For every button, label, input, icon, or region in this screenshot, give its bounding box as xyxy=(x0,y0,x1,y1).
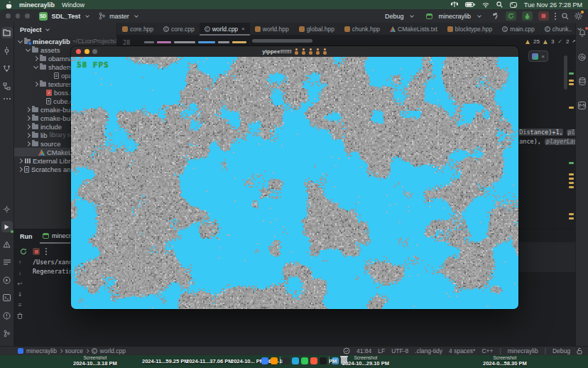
todo-tool-icon[interactable] xyxy=(1,256,13,268)
project-selector[interactable]: SDL_Test xyxy=(52,13,81,20)
stripe-mark[interactable] xyxy=(569,162,574,164)
run-tool-icon[interactable] xyxy=(1,221,13,232)
debug-mode-selector[interactable]: Debug xyxy=(385,13,404,20)
tab-core-hpp[interactable]: core.hpp xyxy=(117,23,158,36)
resolve-context[interactable]: minecraylib xyxy=(508,347,538,355)
window-close-button[interactable] xyxy=(6,13,11,18)
build-hammer-icon[interactable] xyxy=(492,12,500,20)
chevron-icon[interactable] xyxy=(26,107,31,112)
close-button[interactable] xyxy=(76,49,81,54)
line-ending[interactable]: LF xyxy=(378,347,385,355)
stripe-mark[interactable] xyxy=(569,80,574,82)
desktop-file-label[interactable]: 2024-11...37.06 PM xyxy=(186,358,232,364)
chevron-icon[interactable] xyxy=(26,132,31,137)
rerun-button[interactable] xyxy=(20,248,27,255)
chevron-icon[interactable] xyxy=(26,46,31,51)
game-window-titlebar[interactable]: yippee!!!!!! xyxy=(71,46,518,57)
inspections-widget[interactable]: 25 3 ✓ 2 xyxy=(526,38,575,45)
rerun-button[interactable] xyxy=(506,11,516,21)
branch-selector[interactable]: master xyxy=(109,13,129,20)
print-icon[interactable]: ≡ xyxy=(18,302,22,308)
project-tool-icon[interactable] xyxy=(1,27,13,38)
vertical-scrollbar[interactable] xyxy=(564,55,567,90)
terminal-tool-icon[interactable] xyxy=(1,292,13,303)
menubar-app-name[interactable]: minecraylib xyxy=(19,1,55,9)
desktop-file-label[interactable]: Screenshot 2024-10...29.10 PM xyxy=(342,355,389,367)
dock-app-icon[interactable] xyxy=(301,357,308,364)
tree-item-minecraylib-root[interactable]: minecraylib ~/CLionProjects/minecra xyxy=(14,37,116,45)
stripe-mark[interactable] xyxy=(569,213,574,215)
project-panel-header[interactable]: Project xyxy=(14,23,116,37)
dock-app-icon[interactable] xyxy=(292,357,299,364)
breadcrumb-file[interactable]: world.cpp xyxy=(100,347,126,355)
ai-assistant-tool-icon[interactable] xyxy=(577,51,588,63)
chevron-icon[interactable] xyxy=(33,81,38,86)
settings-gear-icon[interactable] xyxy=(575,12,582,20)
close-icon[interactable]: × xyxy=(241,26,245,32)
notifications-bell-icon[interactable] xyxy=(577,27,588,38)
tab-main-cpp[interactable]: C main.cpp xyxy=(497,23,540,36)
scroll-to-end-icon[interactable]: ⇓ xyxy=(18,291,23,298)
build-mode[interactable]: Debug xyxy=(552,347,570,355)
stripe-mark[interactable] xyxy=(569,72,574,75)
tab-world-cpp[interactable]: C world.cpp × xyxy=(200,23,250,36)
control-center-icon[interactable] xyxy=(510,2,517,8)
stripe-mark[interactable] xyxy=(569,182,574,184)
clang-tidy[interactable]: .clang-tidy xyxy=(415,347,442,355)
run-config-selector[interactable]: minecraylib xyxy=(438,13,471,20)
desktop-file-label[interactable]: Screenshot 2024-0...58.30 PM xyxy=(483,355,527,367)
git-tool-icon[interactable] xyxy=(1,328,13,339)
more-tools-icon[interactable] xyxy=(6,98,8,99)
tab-chunk-hpp[interactable]: chunk.hpp xyxy=(339,23,385,36)
breadcrumb-folder[interactable]: source xyxy=(65,347,84,355)
chevron-icon[interactable] xyxy=(18,166,23,171)
settings-sync-icon[interactable] xyxy=(1,203,13,215)
ai-assistant-widget[interactable]: × xyxy=(528,50,548,62)
more-actions-icon[interactable] xyxy=(555,16,556,17)
services-tool-icon[interactable] xyxy=(1,274,13,286)
window-minimize-button[interactable] xyxy=(16,13,21,18)
tab-chunk-cpp[interactable]: C chunk.. xyxy=(540,23,577,36)
stripe-mark[interactable] xyxy=(569,83,574,85)
desktop-file-label[interactable]: PM xyxy=(329,358,337,364)
stop-button[interactable] xyxy=(538,11,549,21)
vcs-graph-tool-icon[interactable] xyxy=(1,63,13,74)
caret-position[interactable]: 41:84 xyxy=(356,347,371,355)
commit-tool-icon[interactable] xyxy=(1,45,13,56)
dock-app-icon[interactable] xyxy=(320,357,327,364)
stripe-mark[interactable] xyxy=(569,173,574,175)
wifi-icon[interactable] xyxy=(482,2,489,8)
stripe-mark[interactable] xyxy=(569,186,574,188)
close-icon[interactable]: × xyxy=(541,53,545,60)
tab-global-hpp[interactable]: global.hpp xyxy=(294,23,339,36)
menubar-item-window[interactable]: Window xyxy=(62,1,85,9)
balance-icon[interactable] xyxy=(451,1,458,8)
stripe-mark[interactable] xyxy=(569,178,574,180)
lock-icon[interactable] xyxy=(577,347,582,355)
horizontal-scrollbar[interactable] xyxy=(252,39,312,43)
chevron-icon[interactable] xyxy=(33,55,38,60)
game-map-viewport[interactable] xyxy=(71,57,518,309)
window-zoom-button[interactable] xyxy=(25,13,30,18)
chevron-icon[interactable] xyxy=(33,63,38,68)
dock-app-icon[interactable] xyxy=(283,357,290,364)
desktop-file-label[interactable]: Screenshot 2024-10...3.18 PM xyxy=(73,355,117,367)
cmake-tool-icon[interactable] xyxy=(577,99,588,111)
tab-blocktype-hpp[interactable]: blocktype.hpp xyxy=(442,23,497,36)
zoom-button[interactable] xyxy=(92,49,97,54)
indent-setting[interactable]: 4 spaces* xyxy=(449,347,475,355)
dock-finder-icon[interactable] xyxy=(261,357,268,364)
search-icon[interactable] xyxy=(496,1,503,8)
chevron-icon[interactable] xyxy=(26,115,31,120)
apple-menu-icon[interactable] xyxy=(6,1,12,9)
clear-console-icon[interactable] xyxy=(17,313,23,319)
up-stack-trace-icon[interactable]: ↑ xyxy=(18,259,21,266)
stripe-mark[interactable] xyxy=(569,107,574,109)
desktop-file-label[interactable]: 2024-11...59.25 PM xyxy=(142,358,188,364)
chevron-icon[interactable] xyxy=(18,38,23,43)
analysis-ok-icon[interactable] xyxy=(343,347,350,355)
soft-wrap-icon[interactable]: ↩ xyxy=(18,281,23,287)
down-stack-trace-icon[interactable]: ↓ xyxy=(18,270,21,276)
more-options-icon[interactable] xyxy=(45,251,47,252)
chevron-icon[interactable] xyxy=(18,158,23,163)
